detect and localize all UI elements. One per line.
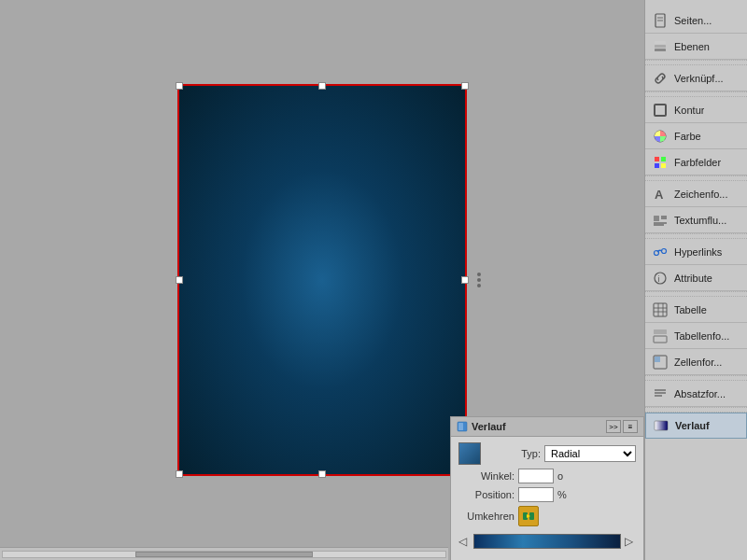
svg-text:i: i bbox=[658, 274, 660, 284]
svg-rect-16 bbox=[661, 163, 666, 168]
handle-bottom-left[interactable] bbox=[176, 470, 183, 478]
gradient-arrow-left[interactable]: ◁ bbox=[458, 535, 470, 546]
panel-item-ebenen-label: Ebenen bbox=[674, 41, 710, 52]
svg-rect-32 bbox=[654, 329, 667, 334]
panel-item-farbe[interactable]: Farbe bbox=[645, 123, 747, 149]
handle-middle-right[interactable] bbox=[461, 276, 469, 284]
svg-text:A: A bbox=[655, 188, 664, 202]
handle-bottom-center[interactable] bbox=[318, 470, 326, 478]
scrollbar-track[interactable] bbox=[2, 551, 446, 558]
handle-top-right[interactable] bbox=[461, 82, 469, 90]
panel-item-ebenen[interactable]: Ebenen bbox=[645, 34, 747, 60]
svg-rect-15 bbox=[655, 163, 659, 168]
panel-item-verlauf[interactable]: Verlauf bbox=[645, 413, 747, 439]
panel-item-absatzfor[interactable]: Absatzfor... bbox=[645, 381, 747, 407]
svg-rect-27 bbox=[654, 303, 667, 316]
panel-item-attribute[interactable]: i Attribute bbox=[645, 265, 747, 291]
horizontal-scrollbar[interactable] bbox=[0, 547, 448, 560]
textflow-icon bbox=[651, 212, 669, 229]
verlauf-position-row: Position: % bbox=[458, 487, 636, 502]
verlauf-gradient-container: ◁ ▷ bbox=[458, 530, 636, 554]
scrollbar-thumb[interactable] bbox=[135, 552, 313, 557]
svg-rect-14 bbox=[661, 157, 666, 161]
verlauf-panel-header: Verlauf >> ≡ bbox=[451, 417, 643, 437]
panel-item-seiten-label: Seiten... bbox=[674, 15, 712, 26]
svg-rect-35 bbox=[655, 357, 660, 362]
swatches-icon bbox=[651, 154, 669, 171]
verlauf-umkehren-btn[interactable] bbox=[518, 506, 539, 526]
verlauf-preview-swatch[interactable] bbox=[458, 442, 481, 465]
verlauf-position-unit: % bbox=[557, 489, 567, 500]
svg-rect-9 bbox=[655, 45, 666, 48]
panel-item-zellenfor[interactable]: Zellenfor... bbox=[645, 349, 747, 375]
handle-top-center[interactable] bbox=[318, 82, 326, 90]
verlauf-winkel-label: Winkel: bbox=[458, 470, 514, 482]
canvas-image[interactable] bbox=[177, 84, 467, 476]
verlauf-header-icon bbox=[457, 421, 468, 432]
panel-item-textumflu[interactable]: Textumflu... bbox=[645, 207, 747, 233]
gradient-arrow-right[interactable]: ▷ bbox=[625, 535, 636, 546]
canvas-wrapper bbox=[177, 84, 467, 476]
panel-item-zeichenfo[interactable]: A Zeichenfo... bbox=[645, 181, 747, 207]
panel-item-farbe-label: Farbe bbox=[674, 131, 701, 142]
panel-item-verknuepf-label: Verknüpf... bbox=[674, 73, 724, 84]
hyperlink-icon bbox=[651, 244, 669, 260]
panel-item-zellenfor-label: Zellenfor... bbox=[674, 357, 722, 368]
svg-point-24 bbox=[662, 248, 667, 253]
tableformat-icon bbox=[651, 328, 669, 344]
panel-item-absatzfor-label: Absatzfor... bbox=[674, 388, 726, 399]
color-icon bbox=[651, 128, 669, 145]
verlauf-body: Typ: Radial Linear Winkel: o Position: %… bbox=[451, 437, 643, 560]
verlauf-winkel-row: Winkel: o bbox=[458, 469, 636, 483]
stroke-icon bbox=[651, 102, 669, 119]
panel-item-farbfelder[interactable]: Farbfelder bbox=[645, 149, 747, 175]
verlauf-menu-btn[interactable]: ≡ bbox=[623, 420, 638, 433]
verlauf-expand-btn[interactable]: >> bbox=[606, 420, 621, 433]
panel-item-hyperlinks-label: Hyperlinks bbox=[674, 246, 722, 258]
paragraphformat-icon bbox=[651, 385, 669, 402]
panel-item-seiten[interactable]: Seiten... bbox=[645, 7, 747, 34]
verlauf-typ-label: Typ: bbox=[485, 448, 541, 459]
verlauf-winkel-unit: o bbox=[557, 470, 563, 482]
font-icon: A bbox=[651, 186, 669, 203]
table-icon bbox=[651, 301, 669, 318]
attribute-icon: i bbox=[651, 270, 669, 287]
panel-item-hyperlinks[interactable]: Hyperlinks bbox=[645, 239, 747, 265]
canvas-area: Verlauf >> ≡ Typ: Radial Linear Winkel: … bbox=[0, 0, 644, 560]
page-icon bbox=[651, 12, 669, 29]
svg-point-25 bbox=[655, 273, 666, 284]
svg-rect-11 bbox=[655, 105, 666, 116]
panel-item-attribute-label: Attribute bbox=[674, 273, 712, 284]
svg-rect-13 bbox=[655, 157, 659, 161]
panel-item-zeichenfo-label: Zeichenfo... bbox=[674, 189, 727, 200]
panel-item-tabelle-label: Tabelle bbox=[674, 304, 707, 315]
svg-point-23 bbox=[655, 250, 659, 255]
drag-indicator bbox=[474, 266, 484, 294]
svg-rect-8 bbox=[655, 49, 666, 51]
verlauf-typ-row: Typ: Radial Linear bbox=[458, 442, 636, 465]
panel-item-farbfelder-label: Farbfelder bbox=[674, 157, 721, 168]
verlauf-typ-select[interactable]: Radial Linear bbox=[544, 445, 636, 462]
link-icon bbox=[651, 70, 669, 87]
svg-rect-1 bbox=[458, 423, 463, 430]
svg-rect-18 bbox=[654, 216, 659, 221]
panel-item-tabellenfo[interactable]: Tabellenfo... bbox=[645, 323, 747, 349]
verlauf-position-input[interactable] bbox=[518, 487, 554, 502]
verlauf-umkehren-row: Umkehren bbox=[458, 506, 636, 526]
verlauf-controls: >> ≡ bbox=[606, 420, 638, 433]
panel-item-tabellenfo-label: Tabellenfo... bbox=[674, 330, 729, 342]
panel-item-verknuepf[interactable]: Verknüpf... bbox=[645, 65, 747, 91]
verlauf-gradient-bar[interactable] bbox=[473, 534, 621, 549]
gradient-icon bbox=[652, 417, 670, 434]
panel-top-spacer bbox=[645, 0, 747, 7]
handle-middle-left[interactable] bbox=[176, 276, 183, 284]
svg-rect-10 bbox=[655, 41, 666, 44]
right-panel: Seiten... Ebenen Verknüpf... Kontur Farb… bbox=[644, 0, 747, 560]
panel-item-tabelle[interactable]: Tabelle bbox=[645, 297, 747, 323]
verlauf-title: Verlauf bbox=[472, 421, 602, 432]
verlauf-winkel-input[interactable] bbox=[518, 469, 554, 483]
handle-top-left[interactable] bbox=[176, 82, 183, 90]
layers-icon bbox=[651, 38, 669, 55]
svg-rect-33 bbox=[654, 336, 667, 343]
panel-item-kontur[interactable]: Kontur bbox=[645, 97, 747, 123]
